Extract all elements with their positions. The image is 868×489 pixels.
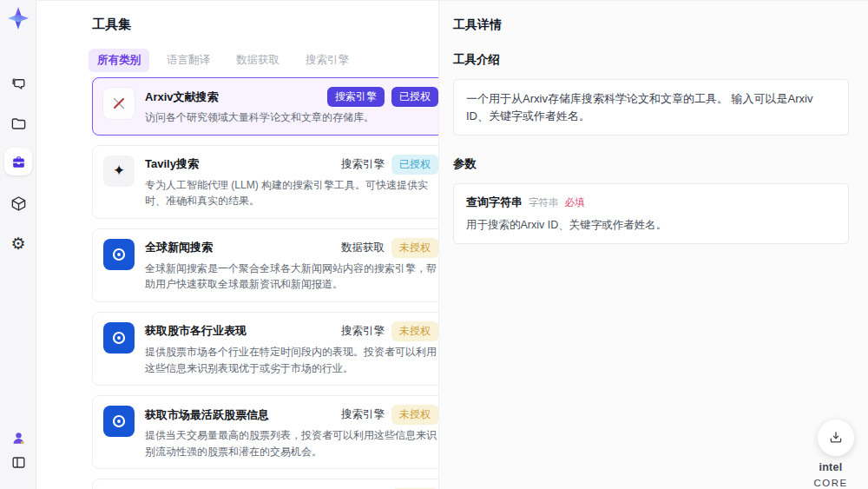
- tool-description: 提供当天交易量最高的股票列表，投资者可以利用这些信息来识别流动性强的股票和潜在的…: [145, 427, 438, 459]
- intel-core-logo: intel CORE: [800, 459, 861, 489]
- sidebar-item-toolbox-active[interactable]: [4, 148, 32, 175]
- page-title: 工具集: [92, 17, 131, 33]
- tool-description: 提供股票市场各个行业在特定时间段内的表现。投资者可以利用这些信息来识别表现优于或…: [145, 344, 438, 376]
- category-label: 数据获取: [341, 241, 385, 255]
- news-globe-icon: [103, 239, 135, 270]
- category-label: 搜索引擎: [341, 407, 385, 422]
- tool-card-regional-news[interactable]: 万维地区新闻查询 搜索引擎 未授权 查询具体行政区划内的新闻，快速了解各地新闻动: [92, 479, 450, 489]
- detail-title: 工具详情: [453, 17, 849, 33]
- param-description: 用于搜索的Arxiv ID、关键字或作者姓名。: [466, 218, 836, 233]
- intro-box: 一个用于从Arxiv存储库搜索科学论文和文章的工具。 输入可以是Arxiv ID…: [453, 79, 849, 135]
- sidebar-item-packages[interactable]: [8, 193, 29, 214]
- tavily-star-icon: ✦: [103, 155, 135, 187]
- tab-data-fetch[interactable]: 数据获取: [227, 49, 288, 72]
- category-tabs: 所有类别 语言翻译 数据获取 搜索引擎: [89, 49, 358, 72]
- status-badge: 未授权: [391, 321, 438, 341]
- param-type: 字符串: [529, 196, 559, 209]
- tool-name: Arxiv文献搜索: [145, 89, 219, 105]
- tab-language-translation[interactable]: 语言翻译: [158, 49, 219, 72]
- tool-card-tavily[interactable]: ✦ Tavily搜索 搜索引擎 已授权 专为人工智能代理 (LLM) 构建的搜索…: [92, 145, 450, 219]
- user-avatar-icon: [10, 430, 27, 446]
- tool-description: 访问各个研究领域大量科学论文和文章的存储库。: [145, 109, 438, 126]
- tool-name: 全球新闻搜索: [145, 240, 213, 255]
- tool-card-list: Arxiv文献搜索 搜索引擎 已授权 访问各个研究领域大量科学论文和文章的存储库…: [92, 77, 450, 489]
- tool-name: Tavily搜索: [145, 156, 199, 172]
- tool-description: 全球新闻搜索是一个聚合全球各大新闻网站内容的搜索引擎，帮助用户快速获取全球最新资…: [145, 261, 438, 293]
- market-data-icon: [103, 322, 135, 354]
- chat-icon: [10, 76, 27, 92]
- tool-detail-panel: 工具详情 工具介绍 一个用于从Arxiv存储库搜索科学论文和文章的工具。 输入可…: [438, 0, 868, 489]
- category-label: 搜索引擎: [341, 157, 385, 172]
- folder-icon: [10, 116, 27, 132]
- category-badge: 搜索引擎: [327, 87, 385, 107]
- sidebar-item-collapse-panel[interactable]: [8, 452, 29, 472]
- download-button[interactable]: [818, 420, 854, 456]
- sidebar-item-account[interactable]: [8, 427, 29, 448]
- status-badge: 未授权: [391, 238, 438, 258]
- arxiv-icon: [103, 88, 135, 119]
- tool-name: 获取股市各行业表现: [145, 323, 247, 339]
- status-badge: 已授权: [391, 87, 438, 107]
- param-name: 查询字符串: [466, 195, 523, 210]
- category-label: 搜索引擎: [341, 324, 385, 339]
- intro-text: 一个用于从Arxiv存储库搜索科学论文和文章的工具。 输入可以是Arxiv ID…: [466, 90, 836, 124]
- tool-card-most-active-stocks[interactable]: 获取市场最活跃股票信息 搜索引擎 未授权 提供当天交易量最高的股票列表，投资者可…: [92, 395, 450, 469]
- tab-all-categories[interactable]: 所有类别: [89, 49, 149, 72]
- tool-description: 专为人工智能代理 (LLM) 构建的搜索引擎工具。可快速提供实时、准确和真实的结…: [145, 177, 438, 209]
- market-data-icon: [103, 406, 135, 437]
- status-badge: 已授权: [391, 155, 438, 175]
- params-heading: 参数: [453, 156, 849, 172]
- param-box: 查询字符串 字符串 必填 用于搜索的Arxiv ID、关键字或作者姓名。: [453, 183, 849, 244]
- toolbox-icon: [10, 154, 27, 170]
- app-logo-star-icon[interactable]: [6, 6, 30, 30]
- sidebar-item-files[interactable]: [8, 113, 29, 134]
- tab-search-engine[interactable]: 搜索引擎: [297, 49, 358, 72]
- intro-heading: 工具介绍: [453, 52, 849, 68]
- tool-card-arxiv[interactable]: Arxiv文献搜索 搜索引擎 已授权 访问各个研究领域大量科学论文和文章的存储库…: [92, 77, 450, 135]
- sidebar-item-chat[interactable]: [8, 73, 29, 94]
- brand-core-text: CORE: [813, 478, 847, 488]
- tool-card-global-news[interactable]: 全球新闻搜索 数据获取 未授权 全球新闻搜索是一个聚合全球各大新闻网站内容的搜索…: [92, 228, 450, 302]
- brand-intel-text: intel: [819, 461, 842, 473]
- tool-list-panel: 工具集 所有类别 语言翻译 数据获取 搜索引擎 Arxiv文献搜索 搜索引擎 已…: [36, 0, 438, 489]
- status-badge: 未授权: [391, 405, 438, 425]
- collapse-panel-icon: [10, 454, 27, 471]
- param-required-flag: 必填: [565, 196, 585, 209]
- tool-name: 获取市场最活跃股票信息: [145, 407, 269, 423]
- tool-card-sector-performance[interactable]: 获取股市各行业表现 搜索引擎 未授权 提供股票市场各个行业在特定时间段内的表现。…: [92, 312, 450, 386]
- settings-gear-icon: ⚙: [10, 235, 25, 252]
- package-icon: [10, 195, 27, 212]
- download-tray-icon: [828, 430, 844, 446]
- sidebar-item-settings[interactable]: ⚙: [8, 233, 29, 254]
- app-sidebar: ⚙: [0, 0, 36, 489]
